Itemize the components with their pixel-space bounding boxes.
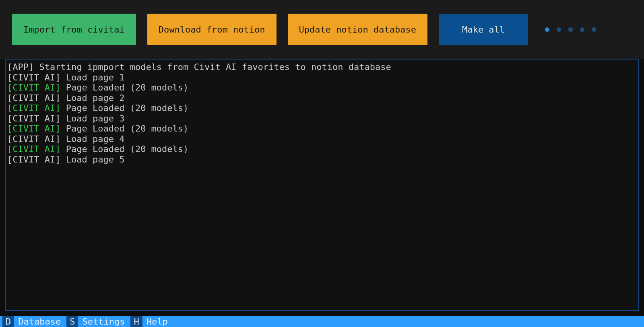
footer-label-settings[interactable]: Settings — [78, 316, 130, 327]
log-message: Page Loaded (20 models) — [60, 123, 188, 134]
make-all-button[interactable]: Make all — [439, 14, 528, 45]
log-line: [CIVIT AI] Load page 3 — [7, 113, 637, 124]
log-line: [CIVIT AI] Load page 2 — [7, 93, 637, 103]
update-notion-database-button[interactable]: Update notion database — [288, 14, 427, 45]
log-prefix: [CIVIT AI] — [7, 134, 60, 144]
spinner-dot — [568, 27, 573, 32]
log-line: [CIVIT AI] Load page 4 — [7, 134, 637, 144]
footer-key-settings[interactable]: S — [66, 316, 78, 327]
footer-label-help[interactable]: Help — [142, 316, 173, 327]
log-line: [CIVIT AI] Page Loaded (20 models) — [7, 82, 637, 93]
log-prefix: [CIVIT AI] — [7, 103, 60, 113]
log-prefix: [CIVIT AI] — [7, 82, 60, 93]
spinner-dot — [557, 27, 561, 32]
log-message: Load page 4 — [60, 134, 124, 144]
log-message: Page Loaded (20 models) — [60, 144, 188, 154]
log-prefix: [CIVIT AI] — [7, 144, 60, 154]
loading-spinner — [545, 27, 596, 32]
log-message: Load page 2 — [60, 93, 124, 103]
log-line: [CIVIT AI] Load page 5 — [7, 154, 637, 165]
log-prefix: [CIVIT AI] — [7, 154, 60, 165]
log-line: [APP] Starting ipmport models from Civit… — [7, 62, 637, 72]
download-from-notion-button[interactable]: Download from notion — [147, 14, 277, 45]
log-message: Page Loaded (20 models) — [60, 103, 188, 113]
log-prefix: [APP] — [7, 62, 34, 72]
spinner-dot — [580, 27, 584, 32]
log-line: [CIVIT AI] Page Loaded (20 models) — [7, 123, 637, 134]
log-line: [CIVIT AI] Load page 1 — [7, 72, 637, 83]
log-message: Load page 3 — [60, 113, 124, 123]
toolbar: Import from civitai Download from notion… — [0, 0, 644, 59]
log-prefix: [CIVIT AI] — [7, 113, 60, 123]
log-message: Starting ipmport models from Civit AI fa… — [34, 62, 391, 72]
spinner-dot — [545, 27, 549, 32]
log-message: Page Loaded (20 models) — [60, 82, 188, 93]
spinner-dot — [592, 27, 596, 32]
log-message: Load page 5 — [60, 154, 124, 165]
log-prefix: [CIVIT AI] — [7, 93, 60, 103]
footer-label-database[interactable]: Database — [14, 316, 66, 327]
log-line: [CIVIT AI] Page Loaded (20 models) — [7, 144, 637, 154]
import-from-civitai-button[interactable]: Import from civitai — [12, 14, 136, 45]
log-line: [CIVIT AI] Page Loaded (20 models) — [7, 103, 637, 113]
log-message: Load page 1 — [60, 72, 124, 82]
footer-bar: DDatabaseSSettingsHHelp — [0, 316, 644, 327]
footer-key-database[interactable]: D — [2, 316, 14, 327]
log-prefix: [CIVIT AI] — [7, 123, 60, 134]
log-prefix: [CIVIT AI] — [7, 72, 60, 82]
footer-key-help[interactable]: H — [130, 316, 142, 327]
log-output: [APP] Starting ipmport models from Civit… — [5, 59, 639, 311]
